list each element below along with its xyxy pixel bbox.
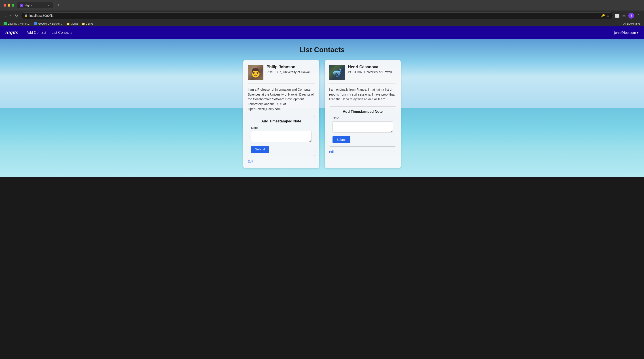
laulima-favicon xyxy=(4,22,7,25)
minimize-dot[interactable] xyxy=(8,4,10,7)
bookmark-google-label: Google UX Design... xyxy=(38,22,62,25)
contact-info-philip: Philip Johnson POST 307, University of H… xyxy=(266,65,315,74)
contact-info-henri: Henri Casanova POST 307, University of H… xyxy=(348,65,396,74)
nav-add-contact[interactable]: Add Contact xyxy=(24,29,49,37)
url-text: localhost:3000/list xyxy=(30,14,599,18)
avatar-henri xyxy=(329,65,345,80)
edit-link-philip[interactable]: Edit xyxy=(248,160,253,163)
contact-name-henri: Henri Casanova xyxy=(348,65,396,69)
app-navbar: digits Add Contact List Contacts john@fo… xyxy=(0,27,644,39)
tab-close-button[interactable]: ✕ xyxy=(48,4,50,7)
google-favicon xyxy=(34,22,37,25)
tab-favicon: d xyxy=(20,4,23,7)
refresh-button[interactable]: ↻ xyxy=(14,13,19,19)
bookmark-google[interactable]: Google UX Design... xyxy=(34,22,62,25)
submit-button-henri[interactable]: Submit xyxy=(332,136,350,143)
new-tab-button[interactable]: + xyxy=(56,3,62,8)
browser-chrome: d digits ✕ + ‹ › ↻ 🔒 localhost:3000/list… xyxy=(0,0,644,27)
contact-location-henri: POST 307, University of Hawaii xyxy=(348,70,396,74)
bookmark-ceng-label: CENG xyxy=(86,22,94,25)
browser-tab[interactable]: d digits ✕ xyxy=(17,2,53,8)
contact-header-henri: Henri Casanova POST 307, University of H… xyxy=(329,65,396,84)
contact-name-philip: Philip Johnson xyxy=(266,65,315,69)
note-title-philip: Add Timestamped Note xyxy=(251,119,312,123)
bookmark-media[interactable]: 📁 Media xyxy=(66,22,78,25)
note-section-philip: Add Timestamped Note Note Submit xyxy=(248,116,315,156)
forward-button[interactable]: › xyxy=(9,13,12,19)
main-content: List Contacts Philip Johnson POST 307, U… xyxy=(0,39,644,177)
extensions-icon[interactable]: ⬜ xyxy=(615,14,620,18)
note-label-philip: Note xyxy=(251,126,312,130)
nav-user-menu[interactable]: john@foo.com ▾ xyxy=(614,31,639,35)
contact-card-philip: Philip Johnson POST 307, University of H… xyxy=(243,60,319,168)
folder-icon-media: 📁 xyxy=(66,22,69,25)
close-dot[interactable] xyxy=(4,4,6,7)
browser-titlebar: d digits ✕ + xyxy=(0,0,644,11)
sidebar-icon[interactable]: ▭ xyxy=(622,14,626,18)
contact-card-henri: Henri Casanova POST 307, University of H… xyxy=(325,60,401,168)
folder-icon-ceng: 📁 xyxy=(82,22,84,25)
lock-icon: 🔒 xyxy=(24,14,28,17)
submit-button-philip[interactable]: Submit xyxy=(251,146,269,153)
key-icon: 🔑 xyxy=(601,14,605,18)
contact-location-philip: POST 307, University of Hawaii xyxy=(266,70,315,74)
avatar-philip xyxy=(248,65,264,80)
back-button[interactable]: ‹ xyxy=(4,13,6,19)
browser-nav-right: ⬜ ▭ J ⋮ xyxy=(615,13,640,19)
note-input-philip[interactable] xyxy=(251,131,312,142)
contact-bio-philip: I am a Professor of Information and Comp… xyxy=(248,87,315,112)
note-label-henri: Note xyxy=(332,116,393,120)
page-title: List Contacts xyxy=(5,46,639,54)
maximize-dot[interactable] xyxy=(12,4,14,7)
bookmark-media-label: Media xyxy=(70,22,78,25)
note-section-henri: Add Timestamped Note Note Submit xyxy=(329,106,396,147)
note-title-henri: Add Timestamped Note xyxy=(332,110,393,114)
note-input-henri[interactable] xyxy=(332,121,393,133)
address-bar-icons: 🔑 ☆ xyxy=(601,14,610,18)
cards-container: Philip Johnson POST 307, University of H… xyxy=(222,60,422,168)
edit-link-henri[interactable]: Edit xyxy=(329,150,334,154)
bookmarks-bar: Laulima : Home :... Google UX Design... … xyxy=(0,21,644,27)
bookmark-laulima[interactable]: Laulima : Home :... xyxy=(4,22,30,25)
star-icon[interactable]: ☆ xyxy=(607,14,610,18)
browser-nav: ‹ › ↻ 🔒 localhost:3000/list 🔑 ☆ ⬜ ▭ J ⋮ xyxy=(0,11,644,21)
bookmark-ceng[interactable]: 📁 CENG xyxy=(82,22,94,25)
browser-dots xyxy=(4,4,14,7)
app-brand[interactable]: digits xyxy=(5,30,18,36)
tab-title: digits xyxy=(25,4,32,7)
bookmark-laulima-label: Laulima : Home :... xyxy=(8,22,30,25)
menu-icon[interactable]: ⋮ xyxy=(637,14,640,18)
nav-list-contacts[interactable]: List Contacts xyxy=(49,29,75,37)
all-bookmarks[interactable]: All Bookmarks xyxy=(623,22,640,25)
contact-header-philip: Philip Johnson POST 307, University of H… xyxy=(248,65,315,84)
contact-bio-henri: I am originally from France. I maintain … xyxy=(329,87,396,102)
address-bar[interactable]: 🔒 localhost:3000/list 🔑 ☆ xyxy=(21,12,613,19)
profile-avatar[interactable]: J xyxy=(628,13,634,19)
